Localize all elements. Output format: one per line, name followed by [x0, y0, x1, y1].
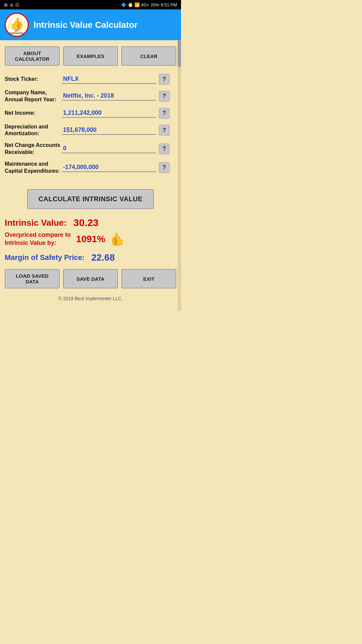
- logo-emoji: 👍: [10, 17, 24, 30]
- margin-of-safety-row: Margin of Safety Price: 22.68: [5, 252, 176, 263]
- net-change-help-button[interactable]: ?: [159, 144, 170, 154]
- net-income-row: Net Income: ?: [5, 108, 176, 119]
- margin-of-safety-value: 22.68: [91, 252, 115, 263]
- stock-ticker-input-wrap: ?: [62, 74, 170, 85]
- status-bar: ⊞ ◎ ⊡ 🔷 ⏰ 📶 4G+ 20% 8:51 PM: [0, 0, 181, 9]
- net-income-input[interactable]: [62, 109, 156, 118]
- calculate-button-wrap: CALCULATE INTRINSIC VALUE: [5, 189, 176, 209]
- bottom-button-row: LOAD SAVED DATA SAVE DATA EXIT: [5, 269, 176, 288]
- net-income-input-wrap: ?: [62, 108, 170, 119]
- company-name-input-wrap: ?: [62, 91, 170, 102]
- capex-row: Maintenance and Capital Expenditures: ?: [5, 161, 176, 175]
- net-change-input[interactable]: [62, 144, 156, 153]
- alarm-icon: ⏰: [128, 2, 133, 7]
- calculate-intrinsic-value-button[interactable]: CALCULATE INTRINSIC VALUE: [27, 189, 154, 209]
- about-calculator-button[interactable]: ABOUT CALCULATOR: [5, 46, 60, 66]
- stock-ticker-row: Stock Ticker: ?: [5, 74, 176, 85]
- intrinsic-value: 30.23: [73, 217, 99, 228]
- net-income-help-button[interactable]: ?: [159, 108, 170, 119]
- time-text: 8:51 PM: [161, 2, 177, 7]
- overpriced-label: Overpriced compare toIntrinsic Value by:: [5, 231, 71, 247]
- app-title: Intrinsic Value Calculator: [34, 20, 138, 30]
- stock-ticker-help-button[interactable]: ?: [159, 74, 170, 85]
- examples-button[interactable]: EXAMPLES: [63, 46, 118, 66]
- depreciation-input-wrap: ?: [62, 125, 170, 136]
- overpriced-value: 1091%: [76, 234, 105, 245]
- capex-label: Maintenance and Capital Expenditures:: [5, 161, 62, 175]
- net-change-label: Net Change Accounts Receivable:: [5, 142, 62, 156]
- stock-ticker-input[interactable]: [62, 75, 156, 84]
- company-name-row: Company Name,Annual Report Year: ?: [5, 89, 176, 103]
- intrinsic-value-label: Intrinsic Value:: [5, 218, 67, 228]
- overpriced-row: Overpriced compare toIntrinsic Value by:…: [5, 231, 176, 247]
- scrollbar[interactable]: [178, 40, 181, 311]
- thumbs-down-icon: 👎: [110, 232, 125, 246]
- bluetooth-icon: 🔷: [121, 2, 126, 7]
- signal-text: 4G+: [141, 2, 149, 7]
- top-button-row: ABOUT CALCULATOR EXAMPLES CLEAR: [5, 46, 176, 66]
- grid-icon: ⊞: [4, 2, 8, 7]
- intrinsic-value-row: Intrinsic Value: 30.23: [5, 217, 176, 228]
- clear-button[interactable]: CLEAR: [121, 46, 176, 66]
- copyright-text: © 2019 Best Implementer LLC.: [58, 296, 123, 301]
- header: 👍 DIYImplementer Intrinsic Value Calcula…: [0, 9, 181, 40]
- margin-of-safety-label: Margin of Safety Price:: [5, 253, 84, 262]
- depreciation-label: Depreciation and Amortization:: [5, 123, 62, 138]
- wifi-icon: 📶: [134, 2, 140, 7]
- exit-button[interactable]: EXIT: [121, 269, 176, 288]
- net-change-input-wrap: ?: [62, 144, 170, 154]
- company-name-input[interactable]: [62, 92, 156, 101]
- depreciation-help-button[interactable]: ?: [159, 125, 170, 136]
- logo-subtext: DIYImplementer: [10, 30, 24, 35]
- scroll-thumb[interactable]: [178, 40, 181, 67]
- box-icon: ⊡: [15, 2, 19, 7]
- status-icons: ⊞ ◎ ⊡: [4, 2, 19, 7]
- depreciation-input[interactable]: [62, 126, 156, 135]
- capex-input[interactable]: [62, 163, 156, 172]
- stock-ticker-label: Stock Ticker:: [5, 76, 62, 83]
- battery-text: 20%: [151, 2, 160, 7]
- content-area: ABOUT CALCULATOR EXAMPLES CLEAR Stock Ti…: [0, 40, 181, 311]
- company-name-help-button[interactable]: ?: [159, 91, 170, 102]
- capex-input-wrap: ?: [62, 162, 170, 173]
- company-name-label: Company Name,Annual Report Year:: [5, 89, 62, 103]
- net-change-row: Net Change Accounts Receivable: ?: [5, 142, 176, 156]
- at-icon: ◎: [10, 2, 13, 7]
- status-right: 🔷 ⏰ 📶 4G+ 20% 8:51 PM: [121, 2, 177, 7]
- depreciation-row: Depreciation and Amortization: ?: [5, 123, 176, 138]
- logo: 👍 DIYImplementer: [5, 13, 29, 37]
- net-income-label: Net Income:: [5, 110, 62, 117]
- footer: © 2019 Best Implementer LLC.: [5, 293, 176, 306]
- capex-help-button[interactable]: ?: [159, 162, 170, 173]
- save-data-button[interactable]: SAVE DATA: [63, 269, 118, 288]
- load-saved-data-button[interactable]: LOAD SAVED DATA: [5, 269, 60, 288]
